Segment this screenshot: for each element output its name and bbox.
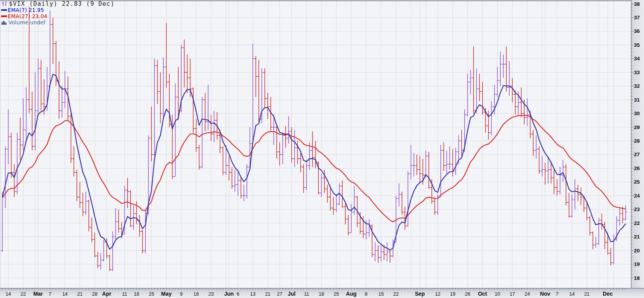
x-axis-week-label: 9 xyxy=(180,291,183,297)
x-axis-week-label: 26 xyxy=(465,291,470,297)
x-axis-week-label: 19 xyxy=(450,291,455,297)
y-axis-label: 36 xyxy=(634,28,640,34)
volume-label: Volume undef xyxy=(8,19,46,26)
x-axis-week-label: 21 xyxy=(265,291,270,297)
y-axis-label: 24 xyxy=(634,193,640,199)
y-axis-label: 29 xyxy=(634,124,640,130)
x-axis-week-label: 17 xyxy=(510,291,515,297)
y-axis-label: 38 xyxy=(634,1,640,7)
ema-slow-label: EMA(27) 23.04 xyxy=(8,13,48,19)
x-axis-week-label: 18 xyxy=(319,291,324,297)
y-axis-label: 26 xyxy=(634,165,640,171)
x-axis-week-label: 11 xyxy=(304,291,309,297)
ema-fast-label: EMA(7) 21.95 xyxy=(8,7,44,13)
x-axis-week-label: 28 xyxy=(92,291,97,297)
y-axis-label: 20 xyxy=(634,248,640,254)
x-axis-week-label: 7 xyxy=(49,291,51,297)
ema-slow-legend-row: EMA(27) 23.04 xyxy=(1,13,115,19)
y-axis-label: 21 xyxy=(634,234,640,240)
vix-daily-chart: 1819202122232425262728293031323334353637… xyxy=(0,0,644,298)
x-axis-month-label: May xyxy=(161,291,172,297)
ohlc-bars-icon xyxy=(1,1,8,7)
x-axis: 1422Mar7142128Apr111825May91623Jun613212… xyxy=(0,288,644,298)
chart-title: $VIX (Daily) 22.83 (9 Dec) xyxy=(9,0,115,7)
x-axis-month-label: Jul xyxy=(288,291,296,297)
x-axis-week-label: 22 xyxy=(20,291,26,297)
x-axis-month-label: Apr xyxy=(102,291,112,297)
x-axis-week-label: 22 xyxy=(393,291,399,297)
x-axis-week-label: 24 xyxy=(525,291,530,297)
y-axis-label: 22 xyxy=(634,220,640,226)
y-axis-label: 18 xyxy=(634,275,640,281)
x-axis-month-label: Oct xyxy=(478,291,487,297)
y-axis-label: 28 xyxy=(634,138,640,144)
x-axis-week-label: 14 xyxy=(62,291,68,297)
y-axis-label: 35 xyxy=(634,42,640,48)
x-axis-month-label: Jun xyxy=(224,291,234,297)
x-axis-week-label: 18 xyxy=(134,291,139,297)
x-axis-week-label: 12 xyxy=(435,291,440,297)
ema-fast-line-swatch xyxy=(1,9,7,11)
x-axis-month-label: Nov xyxy=(540,291,551,297)
x-axis-week-label: 8 xyxy=(365,291,367,297)
chart-legend: $VIX (Daily) 22.83 (9 Dec) EMA(7) 21.95 … xyxy=(1,1,115,26)
x-axis-week-label: 15 xyxy=(378,291,384,297)
ema-slow-line-swatch xyxy=(1,15,7,17)
y-axis-label: 37 xyxy=(634,15,640,20)
y-axis: 1819202122232425262728293031323334353637… xyxy=(631,0,644,288)
x-axis-week-label: 21 xyxy=(584,291,590,297)
volume-legend-row: Volume undef xyxy=(1,19,115,26)
x-axis-month-label: Dec xyxy=(603,291,613,297)
x-axis-week-label: 27 xyxy=(277,291,282,297)
x-axis-month-label: Sep xyxy=(415,291,425,297)
x-axis-week-label: 14 xyxy=(569,291,575,297)
y-axis-label: 32 xyxy=(634,83,640,89)
price-chart-svg: 1819202122232425262728293031323334353637… xyxy=(0,0,644,298)
volume-bars-icon xyxy=(1,20,7,25)
x-axis-month-label: Aug xyxy=(346,291,357,297)
y-axis-label: 30 xyxy=(634,111,640,116)
y-axis-label: 27 xyxy=(634,152,640,157)
y-axis-label: 33 xyxy=(634,70,640,75)
x-axis-week-label: 21 xyxy=(77,291,83,297)
x-axis-week-label: 25 xyxy=(334,291,339,297)
x-axis-week-label: 7 xyxy=(556,291,558,297)
x-axis-week-label: 14 xyxy=(5,291,11,297)
ema-fast-legend-row: EMA(7) 21.95 xyxy=(1,7,115,13)
y-axis-label: 31 xyxy=(634,97,640,103)
x-axis-month-label: Mar xyxy=(33,291,43,297)
x-axis-week-label: 16 xyxy=(194,291,199,297)
x-axis-week-label: 6 xyxy=(236,291,239,297)
y-axis-label: 34 xyxy=(634,56,640,61)
y-axis-label: 25 xyxy=(634,179,640,185)
y-axis-label: 23 xyxy=(634,206,640,212)
y-axis-label: 19 xyxy=(634,261,640,267)
x-axis-week-label: 10 xyxy=(495,291,500,297)
x-axis-week-label: 25 xyxy=(149,291,154,297)
x-axis-week-label: 11 xyxy=(122,291,127,297)
chart-title-row: $VIX (Daily) 22.83 (9 Dec) xyxy=(1,1,115,7)
x-axis-week-label: 23 xyxy=(208,291,214,297)
x-axis-week-label: 13 xyxy=(250,291,256,297)
